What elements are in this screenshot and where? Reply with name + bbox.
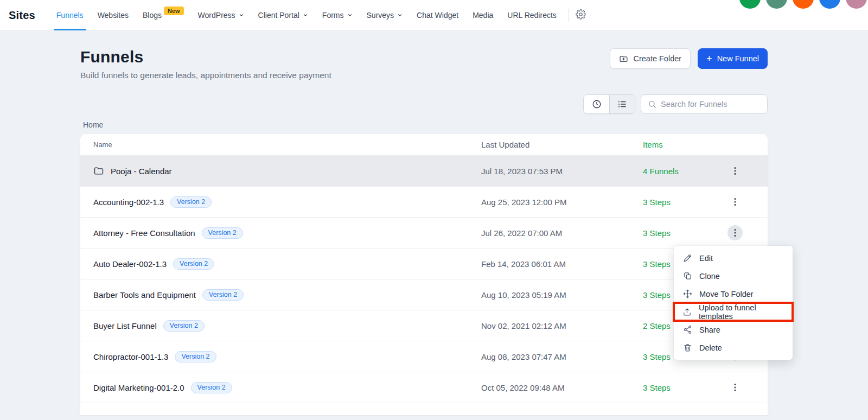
nav-item-wordpress[interactable]: WordPress	[191, 0, 251, 30]
clone-icon	[682, 271, 692, 281]
avatar[interactable]	[793, 0, 814, 9]
row-name: Accounting-002-1.3	[93, 198, 164, 207]
row-last-updated: Aug 10, 2023 05:19 AM	[481, 290, 643, 300]
kebab-icon	[731, 198, 739, 206]
column-header-items: Items	[643, 140, 712, 149]
search-box	[641, 94, 768, 114]
kebab-icon	[731, 228, 739, 237]
row-items-count: 4 Funnels	[643, 167, 712, 176]
menu-item-label: Share	[699, 326, 720, 334]
brand-sites: Sites	[9, 9, 35, 22]
breadcrumb[interactable]: Home	[80, 120, 768, 129]
row-last-updated: Feb 14, 2023 06:01 AM	[481, 259, 643, 269]
row-items-count: 3 Steps	[643, 198, 712, 207]
avatar[interactable]	[739, 0, 761, 9]
menu-item-edit[interactable]: Edit	[674, 249, 793, 267]
kebab-icon	[731, 383, 739, 392]
table-row-buyer-list-funnel[interactable]: Buyer List FunnelVersion 2Nov 02, 2021 0…	[80, 310, 768, 341]
row-name: Attorney - Free Consultation	[93, 228, 195, 238]
row-name: Auto Dealer-002-1.3	[93, 259, 167, 269]
recent-view-button[interactable]	[584, 95, 609, 113]
row-kebab-menu-button[interactable]	[727, 225, 743, 240]
gear-icon	[576, 9, 586, 21]
table-row-barber-tools-and-equipment[interactable]: Barber Tools and EquipmentVersion 2Aug 1…	[80, 279, 768, 310]
top-nav-bar: Sites FunnelsWebsitesBlogsNewWordPressCl…	[0, 0, 868, 31]
nav-item-url-redirects[interactable]: URL Redirects	[500, 0, 564, 30]
nav-item-surveys[interactable]: Surveys	[360, 0, 410, 30]
avatar[interactable]	[766, 0, 787, 9]
menu-item-label: Edit	[699, 254, 713, 263]
nav-item-chat-widget[interactable]: Chat Widget	[410, 0, 465, 30]
nav-item-client-portal[interactable]: Client Portal	[251, 0, 315, 30]
create-folder-label: Create Folder	[633, 54, 681, 63]
new-funnel-button[interactable]: + New Funnel	[698, 48, 768, 69]
row-name: Barber Tools and Equipment	[93, 290, 196, 300]
new-badge: New	[164, 7, 184, 15]
nav-item-media[interactable]: Media	[465, 0, 500, 30]
menu-item-clone[interactable]: Clone	[674, 267, 793, 285]
chevron-down-icon	[347, 12, 353, 18]
page-subtitle: Build funnels to generate leads, appoint…	[80, 71, 331, 80]
version-badge: Version 2	[202, 289, 244, 301]
page-title: Funnels	[80, 48, 331, 66]
settings-gear-button[interactable]	[576, 9, 586, 21]
nav-item-label: Funnels	[56, 11, 84, 20]
menu-item-label: Delete	[699, 343, 722, 352]
table-row-digital-marketing-001-2-0[interactable]: Digital Marketing-001-2.0Version 2Oct 05…	[80, 372, 768, 403]
search-input[interactable]	[661, 100, 762, 109]
nav-item-label: Client Portal	[258, 11, 299, 20]
nav-divider	[569, 8, 569, 22]
clock-icon	[592, 99, 602, 109]
view-toggle	[583, 94, 635, 114]
row-items-count: 3 Steps	[643, 383, 712, 392]
create-folder-button[interactable]: Create Folder	[610, 48, 691, 69]
version-badge: Version 2	[175, 351, 216, 362]
chevron-down-icon	[239, 12, 244, 18]
row-last-updated: Aug 08, 2023 07:47 AM	[481, 352, 643, 361]
row-context-menu: EditCloneMove To FolderUpload to funnel …	[674, 246, 793, 360]
kebab-icon	[731, 167, 739, 175]
menu-item-move-to-folder[interactable]: Move To Folder	[674, 285, 793, 303]
row-kebab-menu-button[interactable]	[727, 194, 743, 209]
chevron-down-icon	[397, 12, 403, 18]
row-last-updated: Aug 25, 2023 12:00 PM	[481, 198, 643, 207]
avatar[interactable]	[846, 0, 867, 9]
nav-item-blogs[interactable]: BlogsNew	[136, 0, 191, 30]
nav-item-websites[interactable]: Websites	[91, 0, 136, 30]
row-name: Chiropractor-001-1.3	[93, 352, 168, 361]
sites-nav: FunnelsWebsitesBlogsNewWordPressClient P…	[49, 0, 564, 30]
row-items-count: 3 Steps	[643, 228, 712, 238]
nav-item-funnels[interactable]: Funnels	[49, 0, 91, 30]
table-row-pooja-calendar[interactable]: Pooja - CalendarJul 18, 2023 07:53 PM4 F…	[80, 156, 768, 187]
row-last-updated: Jul 18, 2023 07:53 PM	[481, 167, 643, 176]
menu-item-delete[interactable]: Delete	[674, 339, 793, 357]
menu-item-share[interactable]: Share	[674, 321, 793, 339]
trash-icon	[682, 343, 692, 352]
avatar[interactable]	[819, 0, 840, 9]
version-badge: Version 2	[191, 382, 232, 393]
table-row-accounting-002-1-3[interactable]: Accounting-002-1.3Version 2Aug 25, 2023 …	[80, 187, 768, 218]
table-row-auto-dealer-002-1-3[interactable]: Auto Dealer-002-1.3Version 2Feb 14, 2023…	[80, 249, 768, 279]
row-kebab-menu-button[interactable]	[727, 163, 743, 179]
nav-item-label: Media	[473, 11, 493, 20]
move-icon	[682, 289, 692, 298]
table-row-chiropractor-001-1-3[interactable]: Chiropractor-001-1.3Version 2Aug 08, 202…	[80, 341, 768, 372]
version-badge: Version 2	[163, 320, 205, 332]
row-name: Digital Marketing-001-2.0	[93, 383, 184, 392]
table-row-attorney-free-consultation[interactable]: Attorney - Free ConsultationVersion 2Jul…	[80, 218, 768, 249]
share-icon	[682, 325, 692, 334]
version-badge: Version 2	[170, 196, 212, 208]
menu-item-label: Clone	[699, 272, 720, 281]
column-header-last-updated: Last Updated	[481, 140, 643, 149]
menu-item-upload-to-funnel-templates[interactable]: Upload to funnel templates	[674, 303, 793, 321]
list-view-button[interactable]	[609, 95, 635, 113]
folder-icon	[93, 166, 104, 176]
row-last-updated: Nov 02, 2021 02:12 AM	[481, 321, 643, 330]
version-badge: Version 2	[202, 227, 243, 239]
nav-item-label: Blogs	[143, 11, 162, 20]
nav-item-forms[interactable]: Forms	[315, 0, 360, 30]
avatar-stack	[739, 0, 867, 9]
menu-item-label: Upload to funnel templates	[699, 303, 784, 321]
pencil-icon	[682, 253, 692, 263]
row-kebab-menu-button[interactable]	[727, 380, 743, 395]
